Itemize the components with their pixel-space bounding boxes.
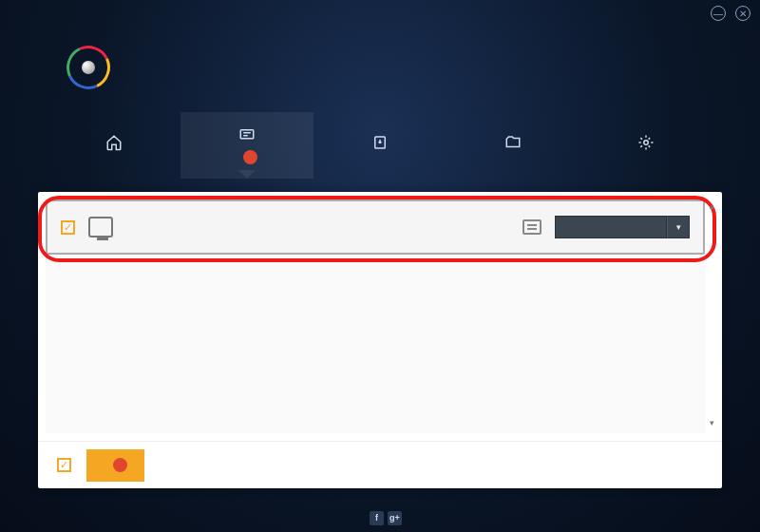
tab-restore[interactable] [446, 112, 580, 179]
googleplus-icon[interactable]: g+ [388, 511, 402, 525]
svg-point-4 [644, 140, 649, 144]
app-logo-icon [66, 46, 110, 89]
backup-icon [370, 134, 390, 151]
download-count-badge [113, 458, 127, 472]
update-button[interactable] [555, 216, 667, 238]
scroll-up-icon[interactable]: ▴ [707, 201, 716, 213]
monitor-icon [88, 217, 113, 238]
brand-block [66, 46, 124, 89]
update-dropdown-button[interactable]: ▾ [667, 216, 690, 238]
driver-row-highlighted[interactable]: ✓ ▾ [46, 200, 705, 255]
main-tabs [48, 112, 712, 179]
updates-count-badge [243, 150, 257, 164]
tab-driver-updates[interactable] [180, 112, 314, 179]
content-panel: ✓ ▾ ▴ ▾ ✓ [38, 192, 722, 488]
panel-footer: ✓ [38, 441, 722, 488]
download-install-button[interactable] [86, 449, 144, 482]
tab-settings[interactable] [580, 112, 712, 179]
select-all-checkbox[interactable]: ✓ [57, 458, 71, 472]
scrollbar[interactable]: ▴ ▾ [707, 201, 716, 429]
updates-icon [237, 126, 257, 143]
minimize-icon[interactable]: — [711, 6, 726, 21]
driver-list: ✓ ▾ [46, 200, 705, 433]
release-notes-icon[interactable] [522, 219, 542, 235]
settings-icon [636, 134, 656, 151]
scroll-down-icon[interactable]: ▾ [707, 418, 716, 429]
facebook-icon[interactable]: f [370, 511, 384, 525]
app-footer: f g+ [0, 504, 760, 532]
home-icon [104, 134, 124, 151]
svg-rect-0 [240, 130, 254, 139]
update-button-group: ▾ [555, 216, 690, 238]
close-icon[interactable]: ✕ [735, 6, 750, 21]
tab-backup[interactable] [314, 112, 446, 179]
restore-icon [503, 134, 523, 151]
tab-home[interactable] [48, 112, 180, 179]
driver-checkbox[interactable]: ✓ [61, 220, 75, 235]
